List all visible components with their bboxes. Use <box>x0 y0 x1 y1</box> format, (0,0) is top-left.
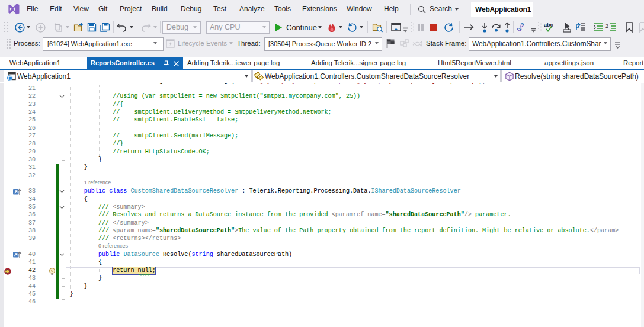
svg-text:2: 2 <box>605 23 608 29</box>
